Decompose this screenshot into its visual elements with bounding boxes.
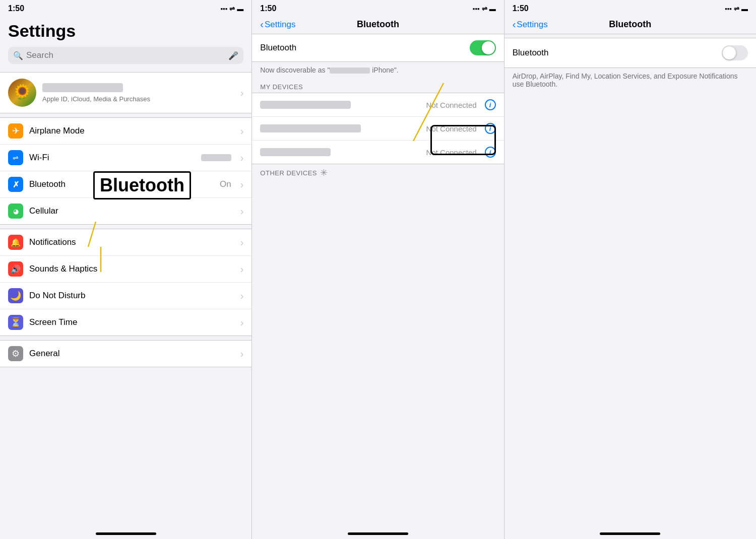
dnd-item[interactable]: 🌙 Do Not Disturb › bbox=[0, 283, 251, 309]
airplane-chevron: › bbox=[240, 125, 244, 137]
wifi-item[interactable]: ⇌ Wi-Fi › bbox=[0, 145, 251, 171]
search-input[interactable] bbox=[26, 50, 225, 60]
sounds-chevron: › bbox=[240, 263, 244, 275]
screentime-chevron: › bbox=[240, 317, 244, 328]
settings-title: Settings bbox=[0, 15, 251, 43]
device-row-3[interactable]: Not Connected i bbox=[252, 141, 503, 164]
my-devices-list: Not Connected i Not Connected i Not Conn… bbox=[252, 93, 503, 164]
wifi-label: Wi-Fi bbox=[29, 153, 195, 163]
general-icon: ⚙ bbox=[8, 346, 23, 361]
search-icon: 🔍 bbox=[13, 51, 23, 60]
notifications-label: Notifications bbox=[29, 237, 234, 247]
profile-name-blur bbox=[42, 83, 123, 92]
wifi-value bbox=[201, 154, 231, 161]
nav-back-2[interactable]: ‹ Settings bbox=[260, 19, 295, 30]
my-devices-label: MY DEVICES bbox=[260, 83, 303, 91]
wifi-chevron: › bbox=[240, 152, 244, 164]
bluetooth-toggle-off-row: Bluetooth bbox=[505, 38, 756, 68]
time-1: 1:50 bbox=[8, 4, 24, 13]
loading-spinner: ✳ bbox=[320, 167, 328, 178]
general-item[interactable]: ⚙ General › bbox=[0, 341, 251, 367]
nav-back-label-2: Settings bbox=[265, 20, 295, 30]
status-bar-3: 1:50 ▪▪▪ ⇌ ▬ bbox=[505, 0, 756, 15]
notifications-icon: 🔔 bbox=[8, 235, 23, 250]
device-info-btn-1[interactable]: i bbox=[485, 99, 496, 110]
battery-icon-3: ▬ bbox=[741, 5, 748, 13]
general-chevron: › bbox=[240, 348, 244, 360]
device-row-1[interactable]: Not Connected i bbox=[252, 93, 503, 117]
home-indicator-1 bbox=[96, 532, 156, 535]
wifi-icon: ⇌ bbox=[8, 150, 23, 165]
bluetooth-toggle-on[interactable] bbox=[470, 40, 496, 55]
bluetooth-off-label: Bluetooth bbox=[513, 48, 722, 58]
cellular-label: Cellular bbox=[29, 206, 234, 216]
other-devices-header: OTHER DEVICES ✳ bbox=[252, 164, 503, 180]
device-status-2: Not Connected bbox=[426, 124, 477, 133]
nav-back-3[interactable]: ‹ Settings bbox=[513, 19, 548, 30]
time-2: 1:50 bbox=[260, 4, 276, 13]
device-name-blur-disc bbox=[330, 68, 370, 74]
bluetooth-on-panel: 1:50 ▪▪▪ ⇌ ▬ ‹ Settings Bluetooth Blueto… bbox=[252, 0, 504, 539]
bluetooth-chevron: › bbox=[240, 179, 244, 190]
dnd-chevron: › bbox=[240, 290, 244, 302]
signal-icon-3: ▪▪▪ bbox=[725, 5, 732, 13]
search-bar[interactable]: 🔍 🎤 bbox=[8, 47, 243, 64]
airplane-mode-item[interactable]: ✈ Airplane Mode › bbox=[0, 118, 251, 145]
cellular-icon: ◕ bbox=[8, 204, 23, 219]
bluetooth-toggle-row: Bluetooth bbox=[252, 34, 503, 62]
device-info-btn-3[interactable]: i bbox=[485, 147, 496, 158]
sounds-label: Sounds & Haptics bbox=[29, 264, 234, 274]
discoverable-text: Now discoverable as " iPhone". bbox=[252, 62, 503, 80]
airplane-label: Airplane Mode bbox=[29, 126, 234, 136]
home-indicator-3 bbox=[600, 532, 660, 535]
section-spacer-top bbox=[505, 34, 756, 38]
annotation-text: Bluetooth bbox=[100, 175, 184, 195]
notifications-chevron: › bbox=[240, 237, 244, 248]
bluetooth-toggle-label: Bluetooth bbox=[260, 43, 469, 53]
nav-back-label-3: Settings bbox=[517, 20, 547, 30]
status-bar-1: 1:50 ▪▪▪ ⇌ ▬ bbox=[0, 0, 251, 15]
nav-title-2: Bluetooth bbox=[357, 19, 399, 30]
other-devices-label: OTHER DEVICES bbox=[260, 169, 317, 177]
settings-panel: 1:50 ▪▪▪ ⇌ ▬ Settings 🔍 🎤 🌻 Apple ID, iC… bbox=[0, 0, 252, 539]
profile-row[interactable]: 🌻 Apple ID, iCloud, Media & Purchases › bbox=[0, 72, 251, 113]
toggle-knob bbox=[482, 41, 495, 54]
wifi-icon-3: ⇌ bbox=[734, 5, 739, 13]
avatar: 🌻 bbox=[8, 79, 36, 107]
cellular-chevron: › bbox=[240, 206, 244, 217]
screentime-item[interactable]: ⏳ Screen Time › bbox=[0, 309, 251, 335]
sounds-item[interactable]: 🔊 Sounds & Haptics › bbox=[0, 256, 251, 283]
nav-bar-2: ‹ Settings Bluetooth bbox=[252, 15, 503, 34]
time-3: 1:50 bbox=[513, 4, 529, 13]
device-name-blur-3 bbox=[260, 148, 331, 156]
back-chevron-2: ‹ bbox=[260, 19, 264, 30]
screentime-label: Screen Time bbox=[29, 317, 234, 327]
cellular-item[interactable]: ◕ Cellular › bbox=[0, 198, 251, 224]
battery-icon-1: ▬ bbox=[237, 5, 243, 13]
device-name-blur-1 bbox=[260, 101, 351, 109]
toggle-knob-off bbox=[723, 46, 736, 59]
device-row-2[interactable]: Not Connected i bbox=[252, 117, 503, 141]
wifi-icon-1: ⇌ bbox=[229, 5, 235, 13]
status-icons-2: ▪▪▪ ⇌ ▬ bbox=[473, 5, 496, 13]
device-info-btn-2[interactable]: i bbox=[485, 123, 496, 134]
back-chevron-3: ‹ bbox=[513, 19, 516, 30]
notifications-item[interactable]: 🔔 Notifications › bbox=[0, 229, 251, 256]
airplane-icon: ✈ bbox=[8, 123, 23, 139]
battery-icon-2: ▬ bbox=[489, 5, 496, 13]
general-label: General bbox=[29, 349, 234, 359]
bluetooth-toggle-off[interactable] bbox=[722, 45, 748, 60]
nav-title-3: Bluetooth bbox=[609, 19, 651, 30]
signal-icon-1: ▪▪▪ bbox=[221, 5, 228, 13]
general-group: ⚙ General › bbox=[0, 340, 251, 367]
bluetooth-value: On bbox=[220, 179, 231, 189]
dnd-icon: 🌙 bbox=[8, 288, 23, 303]
device-name-blur-2 bbox=[260, 124, 361, 132]
sounds-icon: 🔊 bbox=[8, 261, 23, 277]
nav-bar-3: ‹ Settings Bluetooth bbox=[505, 15, 756, 34]
wifi-icon-2: ⇌ bbox=[482, 5, 487, 13]
profile-info: Apple ID, iCloud, Media & Purchases bbox=[42, 83, 234, 103]
status-icons-3: ▪▪▪ ⇌ ▬ bbox=[725, 5, 748, 13]
screentime-icon: ⏳ bbox=[8, 315, 23, 330]
dnd-label: Do Not Disturb bbox=[29, 291, 234, 301]
